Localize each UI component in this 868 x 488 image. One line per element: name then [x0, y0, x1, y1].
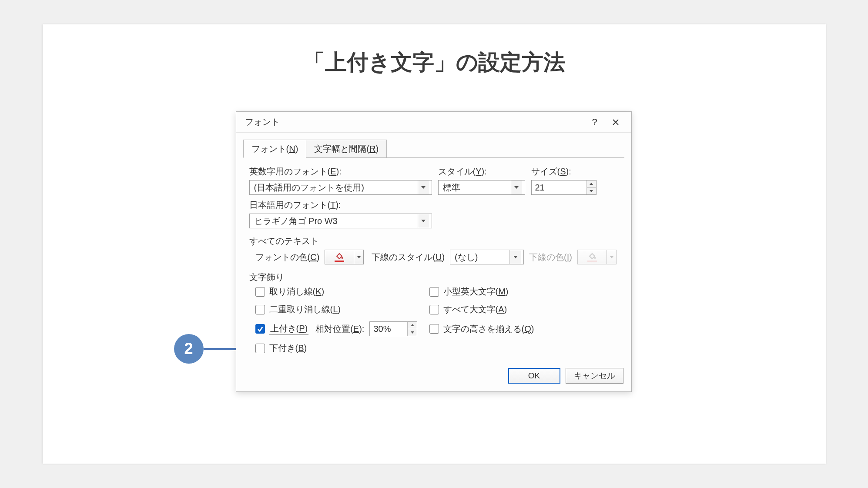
checkbox-icon [429, 287, 439, 297]
close-icon [612, 119, 619, 126]
underline-color-button [577, 250, 607, 264]
latin-font-value: (日本語用のフォントを使用) [254, 182, 418, 194]
checkbox-equalize-height[interactable]: 文字の高さを揃える(Q) [429, 321, 618, 336]
svg-marker-11 [610, 256, 613, 258]
checkbox-icon [255, 287, 265, 297]
arrow-down-icon[interactable] [587, 188, 596, 195]
svg-marker-6 [421, 220, 426, 222]
dialog-titlebar: フォント ? [236, 112, 631, 133]
checkbox-icon [255, 344, 265, 353]
chevron-down-icon [418, 180, 429, 194]
dialog-footer: OK キャンセル [236, 360, 631, 391]
help-button[interactable]: ? [584, 112, 605, 133]
checkbox-icon [429, 305, 439, 314]
underline-style-label: 下線のスタイル(U) [372, 251, 445, 263]
arrow-down-icon[interactable] [408, 329, 417, 336]
fill-bucket-icon [334, 252, 345, 262]
asian-font-value: ヒラギノ角ゴ Pro W3 [254, 215, 418, 227]
font-color-label: フォントの色(C) [255, 251, 320, 263]
help-icon: ? [592, 117, 597, 128]
checkbox-subscript[interactable]: 下付き(B) [255, 342, 429, 354]
chevron-down-icon [607, 250, 617, 264]
page-title: 「上付き文字」の設定方法 [43, 24, 826, 77]
cancel-button[interactable]: キャンセル [566, 368, 623, 384]
close-button[interactable] [605, 112, 626, 133]
size-spinner[interactable]: 21 [531, 180, 597, 195]
dialog-body: 英数字用のフォント(E): (日本語用のフォントを使用) スタイル(Y): 標準 [236, 158, 631, 360]
tab-row: フォント(N) 文字幅と間隔(R) [236, 133, 631, 158]
svg-marker-13 [411, 331, 414, 334]
arrow-up-icon[interactable] [408, 322, 417, 329]
superscript-label: 上付き(P) [269, 323, 309, 335]
tab-spacing[interactable]: 文字幅と間隔(R) [306, 140, 387, 158]
latin-font-label: 英数字用のフォント(E): [249, 166, 432, 177]
checkbox-icon [255, 305, 265, 314]
svg-marker-8 [357, 256, 361, 258]
latin-font-combo[interactable]: (日本語用のフォントを使用) [249, 180, 432, 195]
underline-style-combo[interactable]: (なし) [450, 250, 524, 264]
underline-color-label: 下線の色(I) [529, 251, 572, 263]
checkbox-strikethrough[interactable]: 取り消し線(K) [255, 286, 429, 297]
svg-marker-3 [514, 186, 519, 189]
svg-marker-5 [590, 190, 593, 192]
rel-position-value: 30% [370, 324, 407, 334]
font-color-button[interactable] [325, 250, 354, 264]
checkbox-icon [429, 324, 439, 334]
spinner-buttons[interactable] [407, 322, 417, 336]
step-number: 2 [184, 340, 193, 358]
chevron-down-icon[interactable] [354, 250, 364, 264]
tab-font[interactable]: フォント(N) [243, 140, 307, 158]
font-dialog: フォント ? フォント(N) 文字幅と間隔(R) 英数字用の [236, 111, 632, 392]
svg-point-10 [594, 257, 596, 259]
asian-font-label: 日本語用のフォント(T): [249, 199, 618, 211]
checkbox-superscript[interactable]: 上付き(P) [255, 323, 309, 335]
style-label: スタイル(Y): [438, 166, 525, 177]
size-value: 21 [532, 183, 586, 193]
style-combo[interactable]: 標準 [438, 180, 525, 195]
arrow-up-icon[interactable] [587, 180, 596, 188]
svg-marker-9 [513, 256, 518, 258]
slide: 「上付き文字」の設定方法 2 フォント ? フォント(N) 文字幅と間隔(R) [43, 24, 826, 464]
chevron-down-icon [511, 180, 522, 194]
asian-font-combo[interactable]: ヒラギノ角ゴ Pro W3 [249, 214, 432, 228]
chevron-down-icon [418, 214, 429, 228]
svg-marker-12 [411, 324, 414, 326]
checkbox-checked-icon [255, 324, 265, 334]
rel-position-spinner[interactable]: 30% [369, 321, 417, 336]
all-text-section: すべてのテキスト [249, 235, 618, 247]
style-value: 標準 [443, 182, 511, 194]
dialog-title: フォント [245, 116, 584, 128]
size-label: サイズ(S): [531, 166, 597, 177]
checkbox-all-caps[interactable]: すべて大文字(A) [429, 304, 618, 315]
effects-section: 文字飾り [249, 271, 618, 283]
ok-button[interactable]: OK [508, 368, 560, 384]
svg-point-7 [342, 257, 343, 259]
rel-position-label: 相対位置(E): [315, 323, 364, 335]
spinner-buttons[interactable] [586, 180, 596, 194]
chevron-down-icon [509, 250, 521, 264]
checkbox-double-strike[interactable]: 二重取り消し線(L) [255, 304, 429, 315]
underline-style-value: (なし) [455, 251, 509, 263]
svg-marker-4 [590, 183, 593, 185]
fill-bucket-icon [586, 252, 598, 262]
checkbox-small-caps[interactable]: 小型英大文字(M) [429, 286, 618, 297]
svg-marker-2 [421, 186, 426, 189]
step-badge: 2 [174, 334, 204, 364]
